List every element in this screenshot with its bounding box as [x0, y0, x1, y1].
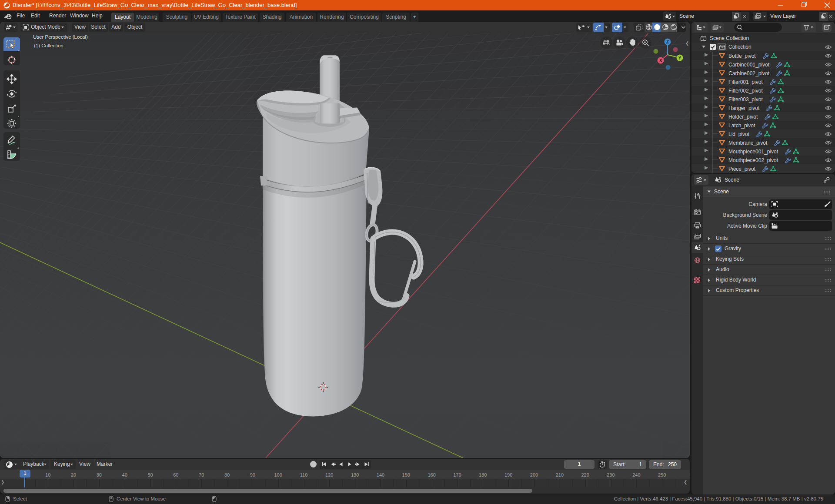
- svg-text:X: X: [659, 58, 662, 63]
- svg-text:Y: Y: [678, 56, 681, 60]
- svg-text:Z: Z: [666, 40, 669, 44]
